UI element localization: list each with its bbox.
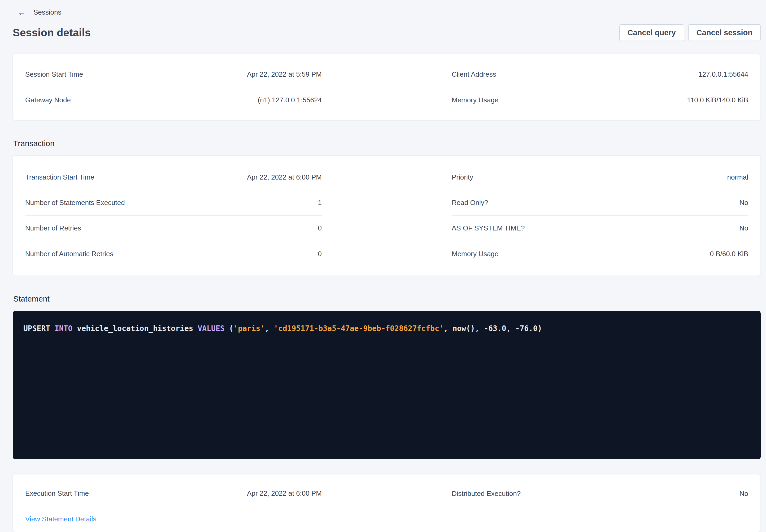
row-label: Number of Automatic Retries: [25, 250, 113, 258]
session-details-page: ← Sessions Session details Cancel query …: [0, 0, 766, 532]
row-number-of-retries: Number of Retries 0: [25, 216, 322, 241]
cancel-query-button[interactable]: Cancel query: [619, 24, 684, 41]
execution-left-column: Execution Start Time Apr 22, 2022 at 6:0…: [25, 481, 322, 525]
gateway-node-link[interactable]: (n1) 127.0.0.1:55624: [258, 96, 322, 104]
sql-token: ,: [265, 324, 274, 333]
row-value: 1: [318, 199, 322, 207]
execution-card: Execution Start Time Apr 22, 2022 at 6:0…: [13, 474, 761, 532]
sql-token: (: [225, 324, 234, 333]
sql-token: VALUES: [198, 324, 224, 333]
row-value: Apr 22, 2022 at 6:00 PM: [247, 173, 322, 181]
row-label: Number of Retries: [25, 224, 81, 232]
session-card-left-column: Session Start Time Apr 22, 2022 at 5:59 …: [25, 62, 322, 113]
row-label: Client Address: [452, 70, 496, 79]
sql-token: 'cd195171-b3a5-47ae-9beb-f028627fcfbc': [274, 324, 444, 333]
row-value: 0 B/60.0 KiB: [710, 250, 748, 258]
sql-token: vehicle_location_histories: [72, 324, 198, 333]
row-value: No: [739, 199, 748, 207]
row-read-only: Read Only? No: [452, 190, 748, 216]
row-value: Apr 22, 2022 at 5:59 PM: [247, 70, 322, 79]
row-value: Apr 22, 2022 at 6:00 PM: [247, 489, 322, 498]
row-session-start-time: Session Start Time Apr 22, 2022 at 5:59 …: [25, 62, 322, 87]
breadcrumb-back-sessions[interactable]: ← Sessions: [18, 0, 62, 16]
row-transaction-memory-usage: Memory Usage 0 B/60.0 KiB: [452, 241, 748, 267]
view-statement-details-link[interactable]: View Statement Details: [25, 515, 96, 523]
row-label: Memory Usage: [452, 250, 498, 258]
back-arrow-icon: ←: [18, 8, 26, 16]
row-priority: Priority normal: [452, 165, 748, 190]
sql-token: INTO: [55, 324, 72, 333]
row-transaction-start-time: Transaction Start Time Apr 22, 2022 at 6…: [25, 165, 322, 190]
row-value: 0: [318, 250, 322, 258]
transaction-section-heading: Transaction: [13, 139, 761, 148]
execution-right-column: Distributed Execution? No: [452, 481, 748, 525]
row-value: No: [739, 224, 748, 232]
row-label: Priority: [452, 173, 473, 181]
row-label: Execution Start Time: [25, 489, 89, 498]
row-session-memory-usage: Memory Usage 110.0 KiB/140.0 KiB: [452, 87, 748, 113]
sql-statement: UPSERT INTO vehicle_location_histories V…: [23, 323, 750, 334]
row-value: 0: [318, 224, 322, 232]
sql-token: , now(), -63.0, -76.0): [444, 324, 542, 333]
row-label: Number of Statements Executed: [25, 199, 125, 207]
row-value: normal: [727, 173, 748, 181]
row-label: Read Only?: [452, 199, 488, 207]
row-label: Distributed Execution?: [452, 490, 521, 498]
sql-token: UPSERT: [23, 324, 55, 333]
statement-section-heading: Statement: [13, 294, 761, 303]
sql-token: 'paris': [233, 324, 265, 333]
breadcrumb-label: Sessions: [33, 8, 62, 16]
row-statements-executed: Number of Statements Executed 1: [25, 190, 322, 216]
row-label: Memory Usage: [452, 96, 498, 104]
header-actions: Cancel query Cancel session: [619, 24, 761, 41]
cancel-session-button[interactable]: Cancel session: [688, 24, 761, 41]
session-summary-card: Session Start Time Apr 22, 2022 at 5:59 …: [13, 54, 761, 120]
row-label: Transaction Start Time: [25, 173, 94, 181]
session-card-right-column: Client Address 127.0.0.1:55644 Memory Us…: [452, 62, 748, 113]
row-label: AS OF SYSTEM TIME?: [452, 224, 525, 232]
row-value: No: [739, 490, 748, 498]
sql-statement-box: UPSERT INTO vehicle_location_histories V…: [13, 311, 761, 459]
row-as-of-system-time: AS OF SYSTEM TIME? No: [452, 216, 748, 241]
transaction-left-column: Transaction Start Time Apr 22, 2022 at 6…: [25, 165, 322, 267]
row-gateway-node: Gateway Node (n1) 127.0.0.1:55624: [25, 87, 322, 113]
row-automatic-retries: Number of Automatic Retries 0: [25, 241, 322, 267]
row-distributed-execution: Distributed Execution? No: [452, 481, 748, 506]
row-execution-start-time: Execution Start Time Apr 22, 2022 at 6:0…: [25, 481, 322, 506]
row-client-address: Client Address 127.0.0.1:55644: [452, 62, 748, 87]
transaction-card: Transaction Start Time Apr 22, 2022 at 6…: [13, 155, 761, 276]
page-header: Session details Cancel query Cancel sess…: [13, 24, 761, 41]
transaction-right-column: Priority normal Read Only? No AS OF SYST…: [452, 165, 748, 267]
row-label: Session Start Time: [25, 70, 83, 79]
page-title: Session details: [13, 27, 91, 39]
row-value: 110.0 KiB/140.0 KiB: [687, 96, 748, 104]
row-value: 127.0.0.1:55644: [698, 70, 748, 79]
view-statement-details-row: View Statement Details: [25, 506, 322, 525]
row-label: Gateway Node: [25, 96, 71, 104]
